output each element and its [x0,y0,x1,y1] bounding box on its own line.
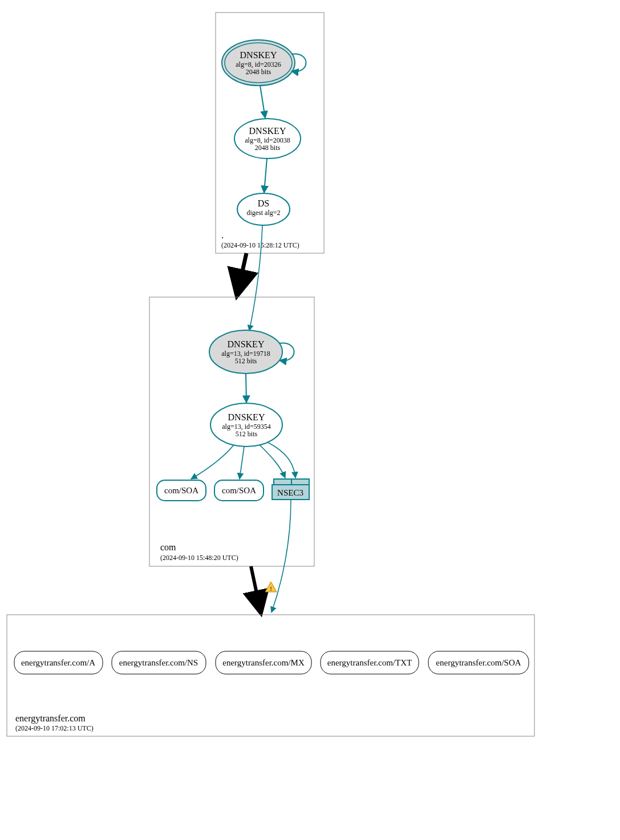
node-com-soa1: com/SOA [157,480,206,501]
com-zsk-line2: alg=13, id=59354 [222,423,271,431]
edge-com-zsk-nsec3b [268,443,295,478]
svg-rect-14 [7,615,534,736]
node-target-a: energytransfer.com/A [14,651,103,674]
node-com-soa2: com/SOA [214,480,264,501]
node-root-zsk: DNSKEY alg=8, id=20038 2048 bits [234,119,301,159]
com-soa1-label: com/SOA [164,486,198,495]
node-target-soa: energytransfer.com/SOA [428,651,529,674]
node-com-ksk: DNSKEY alg=13, id=19718 512 bits [209,330,282,374]
node-target-ns: energytransfer.com/NS [112,651,206,674]
com-ksk-line3: 512 bits [235,357,257,365]
com-nsec3-label: NSEC3 [277,488,303,497]
root-zsk-line3: 2048 bits [255,144,281,152]
svg-rect-11 [291,479,292,485]
root-ds-title: DS [258,198,269,208]
edge-com-zsk-soa1 [191,445,234,479]
node-target-txt: energytransfer.com/TXT [321,651,419,674]
com-soa2-label: com/SOA [222,486,256,495]
zone-com-timestamp: (2024-09-10 15:48:20 UTC) [160,554,238,562]
com-zsk-line3: 512 bits [236,430,258,438]
node-com-zsk: DNSKEY alg=13, id=59354 512 bits [210,403,282,447]
zone-target-timestamp: (2024-09-10 17:02:13 UTC) [15,724,94,732]
root-ksk-line2: alg=8, id=20326 [236,60,281,68]
target-txt-label: energytransfer.com/TXT [327,658,412,667]
target-a-label: energytransfer.com/A [21,658,95,667]
root-ksk-line3: 2048 bits [246,68,271,76]
edge-root-zsk-ds [264,159,267,193]
zone-target-name: energytransfer.com [15,713,86,724]
root-zsk-title: DNSKEY [249,126,286,136]
com-zsk-title: DNSKEY [228,412,265,422]
zone-root-name: . [221,230,224,240]
warning-icon: ! [265,582,277,592]
node-target-mx: energytransfer.com/MX [216,651,311,674]
zone-target: energytransfer.com (2024-09-10 17:02:13 … [7,615,534,736]
node-com-nsec3: NSEC3 [272,479,309,500]
edge-com-to-target-delegation [251,566,261,612]
com-ksk-title: DNSKEY [228,339,265,349]
target-mx-label: energytransfer.com/MX [222,658,305,667]
edge-com-nsec3-to-target [271,500,291,612]
node-root-ds: DS digest alg=2 [237,193,290,225]
target-soa-label: energytransfer.com/SOA [436,658,521,667]
svg-text:!: ! [270,585,272,592]
edge-com-ksk-zsk [246,374,246,403]
root-zsk-line2: alg=8, id=20038 [245,136,290,144]
edge-com-zsk-nsec3 [260,445,285,478]
dnssec-diagram: . (2024-09-10 15:28:12 UTC) DNSKEY alg=8… [0,0,620,840]
node-root-ksk: DNSKEY alg=8, id=20326 2048 bits [222,40,295,86]
root-ds-line2: digest alg=2 [246,209,280,217]
edge-root-to-com-delegation [237,253,246,294]
target-ns-label: energytransfer.com/NS [119,658,198,667]
zone-root-timestamp: (2024-09-10 15:28:12 UTC) [221,241,299,249]
root-ksk-title: DNSKEY [240,50,277,60]
zone-com-name: com [160,542,176,552]
edge-root-ksk-zsk [260,86,265,118]
edge-com-zsk-soa2 [240,447,244,479]
zone-root: . (2024-09-10 15:28:12 UTC) DNSKEY alg=8… [216,13,324,253]
com-ksk-line2: alg=13, id=19718 [221,350,270,358]
